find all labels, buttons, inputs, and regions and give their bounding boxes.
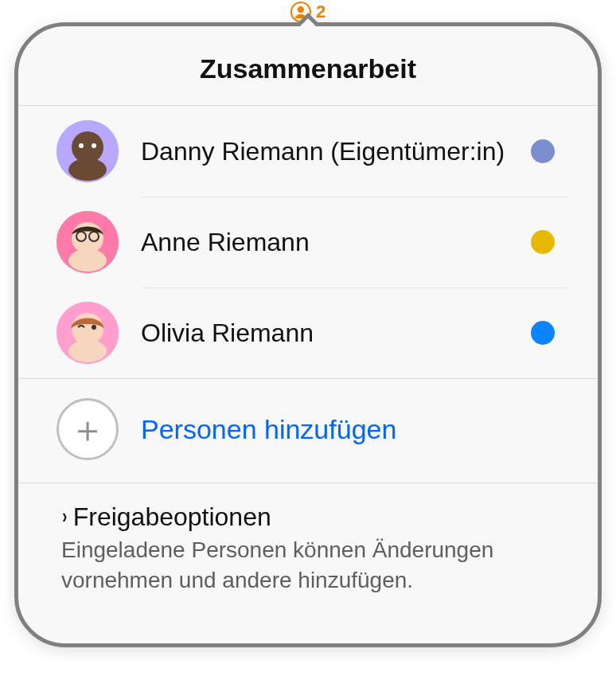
memoji-icon	[57, 211, 119, 273]
avatar	[57, 211, 119, 273]
share-options-description: Eingeladene Personen können Änderungen v…	[61, 535, 555, 596]
participant-row[interactable]: Anne Riemann	[18, 197, 598, 287]
svg-point-6	[92, 143, 96, 148]
share-options[interactable]: › Freigabeoptionen Eingeladene Personen …	[18, 483, 598, 643]
participant-name: Danny Riemann (Eigentümer:in)	[141, 137, 509, 166]
memoji-icon	[57, 120, 119, 182]
svg-point-15	[92, 325, 96, 330]
status-dot	[531, 139, 555, 163]
svg-point-5	[79, 143, 84, 148]
avatar	[57, 302, 119, 364]
memoji-icon	[57, 302, 119, 364]
status-dot	[531, 321, 555, 345]
chevron-right-icon: ›	[62, 504, 67, 529]
svg-point-9	[68, 249, 107, 272]
collaboration-popover: Zusammenarbeit Danny Riemann (Eigentümer…	[14, 22, 602, 647]
add-people-label: Personen hinzufügen	[141, 414, 396, 445]
share-options-title: Freigabeoptionen	[73, 502, 271, 532]
participant-row[interactable]: Danny Riemann (Eigentümer:in)	[18, 106, 598, 197]
add-people-row[interactable]: ＋ Personen hinzufügen	[18, 379, 598, 483]
participant-name: Anne Riemann	[141, 228, 509, 257]
avatar	[57, 120, 119, 182]
participant-name: Olivia Riemann	[141, 318, 509, 348]
status-dot	[531, 230, 555, 254]
svg-point-4	[68, 158, 107, 181]
participant-row[interactable]: Olivia Riemann	[18, 287, 598, 378]
popover-title: Zusammenarbeit	[18, 34, 598, 105]
participant-list: Danny Riemann (Eigentümer:in) Anne Riema…	[18, 106, 598, 378]
svg-point-1	[298, 6, 304, 13]
svg-point-14	[68, 340, 107, 362]
add-icon: ＋	[57, 398, 119, 460]
